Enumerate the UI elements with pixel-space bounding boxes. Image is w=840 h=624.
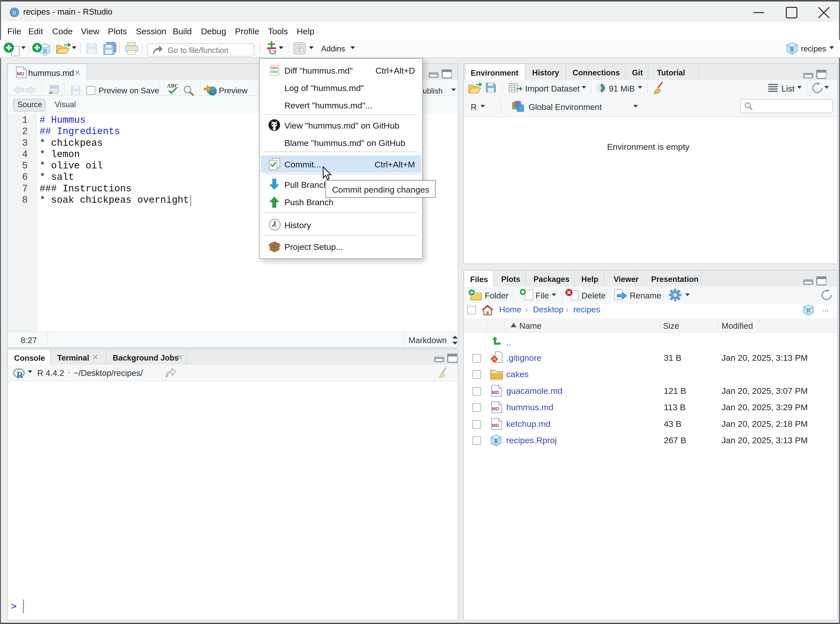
svg-text:MD: MD <box>492 406 499 411</box>
svg-text:R: R <box>806 307 811 314</box>
svg-text:R: R <box>790 46 794 53</box>
svg-text:G: G <box>269 45 277 56</box>
svg-text:R: R <box>17 370 23 379</box>
svg-text:MD: MD <box>492 390 499 395</box>
svg-text:R: R <box>12 9 16 16</box>
svg-text:MD: MD <box>17 71 25 76</box>
svg-text:ABC: ABC <box>167 82 179 89</box>
svg-text:R: R <box>494 438 499 445</box>
svg-text:R: R <box>43 47 47 55</box>
svg-text:MD: MD <box>492 423 499 428</box>
